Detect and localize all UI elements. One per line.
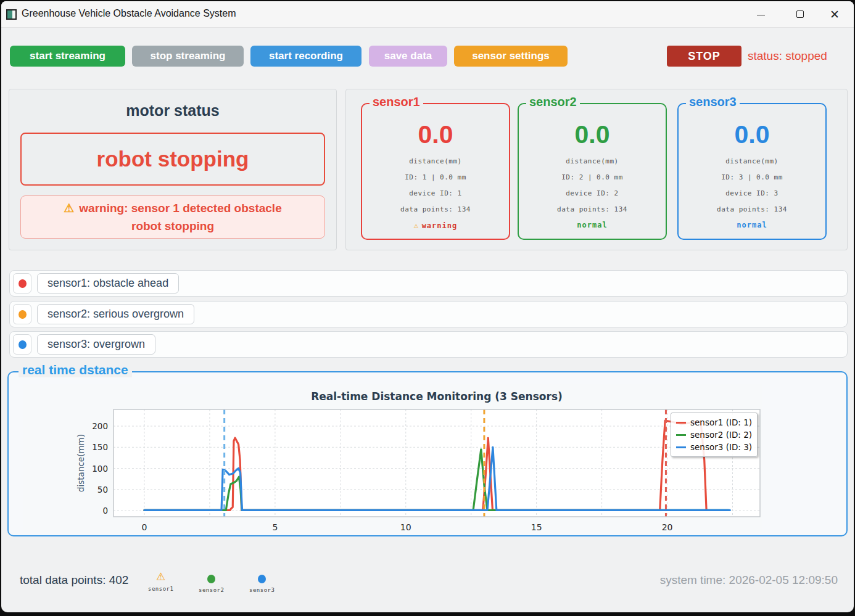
sensor3-dot-cell [13, 334, 31, 355]
minimize-button[interactable] [746, 1, 775, 28]
sensor1-card-title: sensor1 [370, 95, 423, 109]
save-data-button[interactable]: save data [369, 46, 447, 67]
window-title: Greenhouse Vehicle Obstacle Avoidance Sy… [22, 8, 236, 19]
sensor3-status-dot-icon [19, 340, 27, 349]
sensor1-warning-triangle-icon: ⚠ [148, 572, 173, 582]
motor-state-box: robot stopping [20, 133, 325, 186]
sensor2-value: 0.0 [519, 120, 666, 149]
sensor2-status-dot-icon [19, 310, 27, 319]
chart-legend: sensor1 (ID: 1) sensor2 (ID: 2) sensor3 … [671, 413, 758, 457]
legend-item-sensor1: sensor1 (ID: 1) [676, 416, 752, 429]
footer-legend-sensor2: sensor2 [199, 575, 224, 593]
chart-panel-title: real time dstance [19, 363, 132, 377]
total-data-points: total data points: 402 [20, 573, 128, 587]
sensor1-value: 0.0 [362, 120, 509, 149]
sensor2-points-line: data points: 134 [519, 205, 666, 213]
minimize-icon [757, 15, 765, 15]
distance-chart: 05101520050100150200Real-time Distance M… [23, 384, 762, 532]
svg-text:0: 0 [102, 506, 108, 515]
status-row-sensor3: sensor3: overgrown [9, 331, 848, 358]
svg-text:50: 50 [97, 485, 108, 495]
titlebar: Greenhouse Vehicle Obstacle Avoidance Sy… [1, 1, 854, 28]
svg-text:distance(mm): distance(mm) [76, 434, 86, 492]
app-window: Greenhouse Vehicle Obstacle Avoidance Sy… [1, 1, 854, 612]
warning-line2: robot stopping [131, 217, 214, 235]
sensor3-card: sensor3 0.0 distance(mm) ID: 3 | 0.0 mm … [677, 103, 827, 240]
close-button[interactable]: ✕ [820, 1, 849, 28]
warning-line1: warning: sensor 1 detected obstacle [79, 202, 281, 215]
sensor1-points-line: data points: 134 [362, 205, 509, 213]
app-icon [6, 9, 17, 20]
sensor3-dot-icon [258, 575, 266, 583]
svg-text:0: 0 [142, 522, 147, 532]
svg-text:Real-time Distance Monitoring: Real-time Distance Monitoring (3 Sensors… [311, 390, 563, 403]
sensor1-line-swatch-icon [676, 422, 686, 424]
sensor3-points-line: data points: 134 [679, 205, 825, 213]
chart-canvas: 05101520050100150200Real-time Distance M… [23, 384, 762, 532]
sensor3-value: 0.0 [679, 120, 825, 149]
svg-text:150: 150 [92, 442, 108, 452]
sensor3-id-line: ID: 3 | 0.0 mm [679, 173, 825, 181]
sensor1-device-line: device ID: 1 [362, 189, 509, 197]
sensor1-warning-icon: ⚠ [414, 221, 419, 230]
maximize-button[interactable] [786, 1, 814, 28]
sensor1-id-line: ID: 1 | 0.0 mm [362, 173, 509, 181]
motor-warning-box: ⚠warning: sensor 1 detected obstacle rob… [20, 195, 325, 239]
motor-status-title: motor status [9, 102, 336, 120]
sensor1-status: ⚠warning [362, 221, 509, 230]
close-icon: ✕ [830, 8, 840, 21]
svg-text:200: 200 [92, 421, 108, 431]
system-time: system time: 2026-02-05 12:09:50 [660, 573, 838, 587]
maximize-icon [796, 10, 804, 18]
svg-text:5: 5 [272, 522, 278, 532]
legend-item-sensor2: sensor2 (ID: 2) [676, 429, 752, 441]
status-row-sensor2: sensor2: serious overgrown [9, 301, 848, 327]
footer-legend-sensor3: sensor3 [249, 575, 275, 593]
footer-sensor3-label: sensor3 [249, 587, 275, 593]
svg-text:100: 100 [92, 464, 108, 474]
sensor1-dot-cell [13, 273, 31, 294]
legend-item-sensor3: sensor3 (ID: 3) [676, 441, 752, 453]
svg-text:15: 15 [531, 522, 542, 532]
sensor3-device-line: device ID: 3 [679, 189, 825, 197]
sensor3-card-title: sensor3 [686, 95, 740, 109]
svg-text:10: 10 [400, 522, 411, 532]
footer-legend-sensor1: ⚠ sensor1 [148, 572, 173, 592]
sensor2-card-title: sensor2 [526, 95, 580, 109]
motor-status-panel: motor status robot stopping ⚠warning: se… [9, 89, 337, 250]
status-row-sensor1: sensor1: obstacle ahead [9, 270, 848, 297]
start-recording-button[interactable]: start recording [250, 46, 361, 67]
sensor2-status: normal [519, 221, 666, 229]
sensor2-dot-icon [207, 575, 215, 583]
warning-icon: ⚠ [64, 202, 74, 215]
sensor2-device-line: device ID: 2 [519, 189, 666, 197]
stop-button[interactable]: STOP [667, 46, 741, 67]
sensors-panel: sensor1 0.0 distance(mm) ID: 1 | 0.0 mm … [345, 89, 848, 250]
svg-text:20: 20 [662, 522, 673, 532]
sensor2-status-chip: sensor2: serious overgrown [37, 304, 194, 324]
sensor2-unit: distance(mm) [519, 157, 666, 165]
stop-streaming-button[interactable]: stop streaming [132, 46, 244, 67]
sensor3-unit: distance(mm) [679, 157, 825, 165]
sensor2-line-swatch-icon [676, 434, 686, 436]
sensor1-status-chip: sensor1: obstacle ahead [37, 273, 179, 294]
sensor1-card: sensor1 0.0 distance(mm) ID: 1 | 0.0 mm … [361, 103, 510, 240]
sensor2-card: sensor2 0.0 distance(mm) ID: 2 | 0.0 mm … [518, 103, 667, 240]
realtime-distance-panel: real time dstance 05101520050100150200Re… [7, 371, 848, 536]
motor-state-text: robot stopping [97, 147, 249, 171]
sensor2-dot-cell [13, 304, 31, 324]
footer-sensor1-label: sensor1 [148, 586, 173, 592]
sensor3-status: normal [679, 221, 825, 229]
sensor3-status-chip: sensor3: overgrown [37, 334, 155, 355]
sensor1-status-dot-icon [19, 279, 27, 288]
sensor2-id-line: ID: 2 | 0.0 mm [519, 173, 666, 181]
start-streaming-button[interactable]: start streaming [10, 46, 125, 67]
sensor1-unit: distance(mm) [362, 157, 509, 165]
footer-sensor2-label: sensor2 [199, 587, 224, 593]
sensor3-line-swatch-icon [676, 446, 686, 448]
sensor-settings-button[interactable]: sensor settings [454, 46, 568, 67]
status-label: status: stopped [748, 49, 827, 63]
